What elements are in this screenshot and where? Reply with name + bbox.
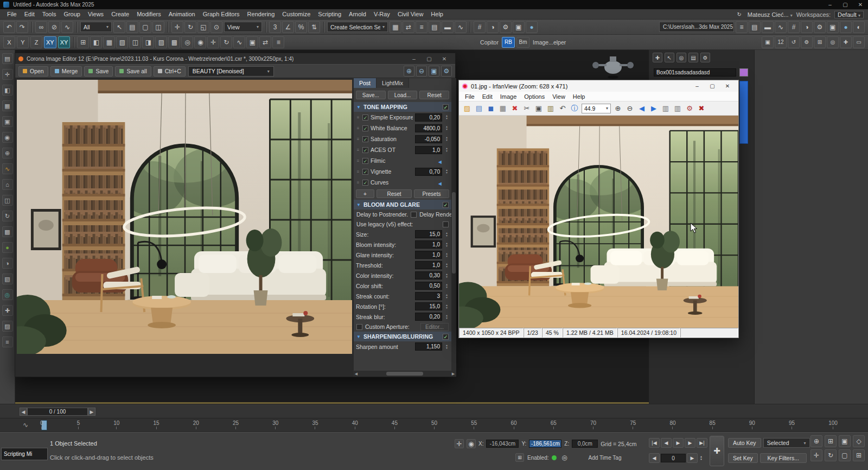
spinner-control[interactable]: ▲▼ [444,263,449,268]
zoom-out-icon[interactable]: ⊖ [416,66,427,77]
undo-icon[interactable]: ↶ [557,103,568,114]
x-coordinate-field[interactable]: -16,043cm [486,440,519,448]
paste-icon[interactable]: ▥ [545,103,556,114]
undo-icon[interactable]: ↶ [3,21,15,33]
save-all-button[interactable]: Save all [115,66,151,77]
open-ribbon-icon[interactable]: ▬ [762,21,774,33]
cut-icon[interactable]: ✂ [521,103,532,114]
gear-icon[interactable]: ⚙ [801,36,813,48]
reset-settings-button[interactable]: Reset [419,91,449,99]
sharpening-section-header[interactable]: ▼ SHARPENING/BLURRING ✓ [354,332,451,341]
object-name-field[interactable]: Box001sadsadasdasd [654,68,736,77]
spinner-control[interactable]: ▲▼ [444,242,449,247]
previous-image-icon[interactable]: ◀ [636,103,647,114]
tone-mapping-section-header[interactable]: ▼ TONE MAPPING ✓ [354,102,451,112]
zoom-extents-icon[interactable]: ▣ [839,435,851,447]
value-field[interactable]: 0,70 [415,168,442,176]
tools-icon[interactable]: ⚙ [684,103,695,114]
axis-constraint-z-button[interactable]: Z [30,36,42,48]
add-tool-icon[interactable]: ✚ [840,36,852,48]
add-time-tag-label[interactable]: Add Time Tag [588,455,621,461]
schematic-view2-icon[interactable]: # [788,21,800,33]
bm-tool-button[interactable]: Bm [516,37,529,48]
tab-lightmix[interactable]: LightMix [376,78,409,88]
value-field[interactable]: 0,20 [415,113,442,122]
spinner-control[interactable]: ▲▼ [444,294,449,299]
scene-explorer-icon[interactable]: ≡ [736,21,748,33]
sidebar-tool-icon[interactable]: ▩ [2,226,13,237]
zoom-out-icon[interactable]: ⊖ [624,103,635,114]
delete-icon[interactable]: ✖ [509,103,520,114]
menu-item[interactable]: Tools [39,9,60,19]
render-element-select[interactable]: BEAUTY [Denoised]▾ [188,66,274,77]
zoom-level-select[interactable]: 44.9▾ [582,104,611,113]
drag-handle-icon[interactable]: ≡ [356,148,360,153]
maximize-viewport-toggle-icon[interactable]: ⊞ [853,449,865,461]
section-enabled-checkbox[interactable]: ✓ [443,202,449,208]
menu-item[interactable]: Arnold [345,9,370,19]
y-coordinate-field[interactable]: -186,561cm [529,440,561,448]
sidebar-tool-icon[interactable]: ◉ [2,132,13,143]
select-by-name-icon[interactable]: ▤ [126,21,138,33]
value-field[interactable] [415,179,442,187]
menu-item[interactable]: Help [427,9,447,19]
auto-key-button[interactable]: Auto Key [728,438,761,448]
select-and-rotate-icon[interactable]: ↻ [184,21,196,33]
spinner-snap-icon[interactable]: ⇅ [308,21,320,33]
section-enabled-checkbox[interactable]: ✓ [443,104,449,110]
play-icon[interactable]: ▶ [673,438,684,448]
next-image-icon[interactable]: ▶ [648,103,659,114]
value-field[interactable]: 15,0 [415,230,442,238]
sidebar-tool-icon[interactable]: ● [2,242,13,253]
next-frame-button[interactable]: ▶ [687,453,698,463]
frame-back-button[interactable]: ◀ [20,408,27,416]
zoom-icon[interactable]: ⊕ [810,435,822,447]
row-enabled-checkbox[interactable]: ✓ [362,180,368,186]
drone-object[interactable] [590,51,636,82]
sidebar-tool-icon[interactable]: ▦ [2,100,13,111]
time-slider[interactable]: 0 / 100 [27,408,88,416]
reference-coordinate-select[interactable]: View▾ [224,22,262,32]
refresh-icon[interactable]: ↺ [788,36,800,48]
mesh-tool-icon[interactable]: ▨ [155,36,167,48]
sidebar-tool-icon[interactable]: ✛ [2,69,13,80]
drag-handle-icon[interactable]: ≡ [356,137,360,142]
window-crossing-icon[interactable]: ◫ [152,21,164,33]
menu-item[interactable]: V-Ray [370,9,394,19]
shade-square-icon[interactable]: ◨ [142,36,154,48]
field-of-view-icon[interactable]: ◇ [853,435,865,447]
sidebar-tool-icon[interactable]: ∿ [2,163,13,174]
drag-handle-icon[interactable]: ≡ [356,180,360,185]
named-selection-set-select[interactable]: Create Selection Se▾ [327,22,388,32]
add-operator-button[interactable]: + [356,189,374,198]
set-key-button[interactable]: Set Key [728,453,758,463]
value-field[interactable]: -0,050 [415,135,442,143]
frame-tool-icon[interactable]: ▣ [246,36,258,48]
sidebar-tool-icon[interactable]: ◧ [2,85,13,96]
aperture-editor-button[interactable]: Editor... [420,323,449,331]
select-and-place-icon[interactable]: ⊙ [210,21,222,33]
rotate-tool-icon[interactable]: ↻ [220,36,232,48]
sidebar-tool-icon[interactable]: ▤ [2,53,13,64]
render-setup2-icon[interactable]: ⚙ [814,21,826,33]
zoom-region-icon[interactable]: ▢ [839,449,851,461]
orbit-icon[interactable]: ↻ [825,449,837,461]
select-object-icon[interactable]: ↖ [113,21,125,33]
settings-horizontal-scrollbar[interactable]: ◀ ▶ [353,371,456,377]
current-frame-field[interactable]: 0 [661,454,686,462]
sync-icon[interactable]: ↻ [735,10,744,18]
mirror-icon[interactable]: ⇄ [403,21,414,33]
spinner-control[interactable]: ▲▼ [444,125,449,131]
load-settings-button[interactable]: Load... [388,91,418,99]
grid-tool-icon[interactable]: ▦ [103,36,115,48]
irfanview-title-bar[interactable]: 01.jpg - IrfanView (Zoom: 628 x 471) – ▢… [459,80,738,92]
rectangular-selection-region-icon[interactable]: ▢ [139,21,151,33]
close-button[interactable]: ✕ [720,83,735,89]
value-field[interactable] [415,157,442,165]
maxscript-mini-listener[interactable]: Scripting Mi [1,448,48,460]
menu-item[interactable]: File [461,92,478,101]
list-tool-icon[interactable]: ≡ [272,36,284,48]
percent-snap-icon[interactable]: % [295,21,307,33]
redo-icon[interactable]: ↷ [16,21,28,33]
target-tool-icon[interactable]: ◎ [181,36,193,48]
